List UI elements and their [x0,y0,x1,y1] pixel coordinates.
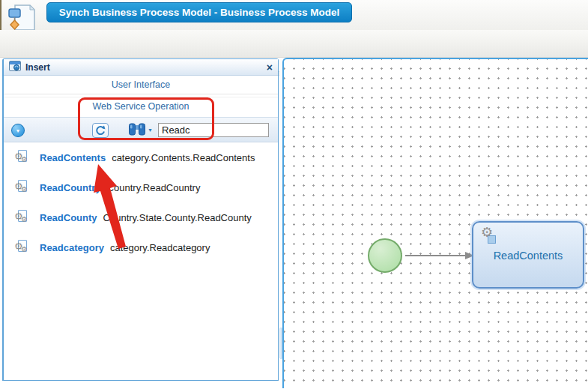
search-icon[interactable] [129,123,145,139]
gear-icon: ⚙ [481,226,493,239]
start-event-node[interactable] [368,238,402,273]
list-item-readcounty[interactable]: ⚙ ⚙ ReadCounty Country.State.County.Read… [4,207,278,228]
operation-path: Country.State.County.ReadCounty [103,212,252,223]
task-label: ReadContents [473,250,583,262]
web-service-operation-icon: ⚙ ⚙ [14,150,32,165]
list-item-readcontents[interactable]: ⚙ ⚙ ReadContents category.Contents.ReadC… [4,147,278,168]
insert-panel-title: Insert [25,62,267,73]
operation-name[interactable]: ReadCountry [40,182,101,193]
web-service-operation-icon: ⚙ ⚙ [14,210,32,225]
list-item-readcategory[interactable]: ⚙ ⚙ Readcategory category.Readcategory [4,237,278,258]
section-user-interface[interactable]: User Interface [4,76,278,94]
web-service-operation-icon: ⚙ ⚙ [14,240,32,255]
operation-name[interactable]: ReadCounty [40,212,97,223]
operation-name[interactable]: Readcategory [40,242,104,253]
web-service-task-icon: ⚙ [481,228,499,246]
insert-panel-icon [9,61,21,74]
operation-path: category.Contents.ReadContents [112,152,255,163]
search-options-caret[interactable]: ▼ [148,127,153,133]
operation-path: category.Readcategory [110,242,210,253]
operation-name[interactable]: ReadContents [40,152,106,163]
refresh-list-button[interactable] [92,123,109,138]
close-icon[interactable]: × [267,62,273,73]
sequence-flow-connector[interactable] [405,250,474,265]
page-title: Synch Business Process Model - Business … [46,2,352,22]
main-toolbar: ▼ [0,30,588,58]
web-service-task-node[interactable]: ⚙ ReadContents [472,221,584,289]
insert-panel: Insert × User Interface Web Service Oper… [2,58,279,381]
list-item-readcountry[interactable]: ⚙ ⚙ ReadCountry Country.ReadCountry [4,177,278,198]
search-toolbar: ▼ ▼ [4,117,278,142]
insert-panel-header: Insert × [4,59,278,76]
collapse-button[interactable]: ▼ [11,124,25,137]
application-window: Synch Business Process Model - Business … [0,0,588,392]
chevron-down-icon: ▼ [16,128,21,133]
header-bar: Synch Business Process Model - Business … [0,0,588,30]
search-input[interactable] [158,123,269,137]
web-service-operation-icon: ⚙ ⚙ [14,180,32,195]
process-diagram-canvas[interactable]: ⚙ ReadContents [282,58,588,388]
operation-path: Country.ReadCountry [107,182,201,193]
section-web-service-operation[interactable]: Web Service Operation [4,97,278,115]
